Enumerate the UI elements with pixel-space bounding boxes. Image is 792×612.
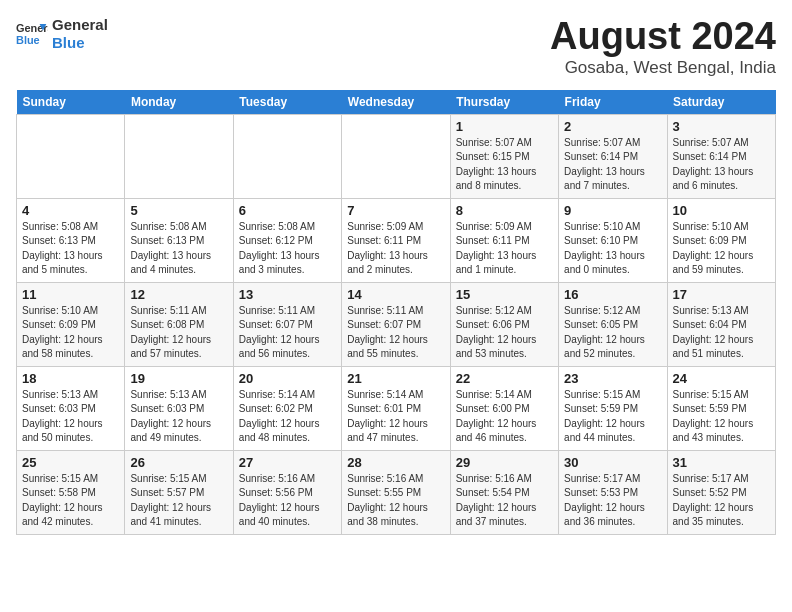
page-header: General Blue General Blue August 2024 Go… bbox=[16, 16, 776, 78]
day-number: 6 bbox=[239, 203, 336, 218]
day-info: Sunrise: 5:10 AMSunset: 6:09 PMDaylight:… bbox=[673, 220, 770, 278]
day-info: Sunrise: 5:15 AMSunset: 5:59 PMDaylight:… bbox=[673, 388, 770, 446]
col-header-thursday: Thursday bbox=[450, 90, 558, 115]
day-number: 18 bbox=[22, 371, 119, 386]
day-info: Sunrise: 5:13 AMSunset: 6:03 PMDaylight:… bbox=[130, 388, 227, 446]
day-info: Sunrise: 5:07 AMSunset: 6:15 PMDaylight:… bbox=[456, 136, 553, 194]
calendar-cell bbox=[17, 114, 125, 198]
day-info: Sunrise: 5:08 AMSunset: 6:13 PMDaylight:… bbox=[22, 220, 119, 278]
calendar-cell: 6Sunrise: 5:08 AMSunset: 6:12 PMDaylight… bbox=[233, 198, 341, 282]
day-number: 17 bbox=[673, 287, 770, 302]
calendar-cell: 18Sunrise: 5:13 AMSunset: 6:03 PMDayligh… bbox=[17, 366, 125, 450]
day-info: Sunrise: 5:14 AMSunset: 6:02 PMDaylight:… bbox=[239, 388, 336, 446]
day-number: 5 bbox=[130, 203, 227, 218]
calendar-cell: 1Sunrise: 5:07 AMSunset: 6:15 PMDaylight… bbox=[450, 114, 558, 198]
calendar-cell: 17Sunrise: 5:13 AMSunset: 6:04 PMDayligh… bbox=[667, 282, 775, 366]
logo: General Blue General Blue bbox=[16, 16, 108, 52]
day-number: 12 bbox=[130, 287, 227, 302]
day-info: Sunrise: 5:07 AMSunset: 6:14 PMDaylight:… bbox=[673, 136, 770, 194]
day-info: Sunrise: 5:16 AMSunset: 5:54 PMDaylight:… bbox=[456, 472, 553, 530]
day-info: Sunrise: 5:17 AMSunset: 5:52 PMDaylight:… bbox=[673, 472, 770, 530]
col-header-wednesday: Wednesday bbox=[342, 90, 450, 115]
calendar-cell: 28Sunrise: 5:16 AMSunset: 5:55 PMDayligh… bbox=[342, 450, 450, 534]
day-info: Sunrise: 5:12 AMSunset: 6:05 PMDaylight:… bbox=[564, 304, 661, 362]
calendar-cell: 25Sunrise: 5:15 AMSunset: 5:58 PMDayligh… bbox=[17, 450, 125, 534]
title-block: August 2024 Gosaba, West Bengal, India bbox=[550, 16, 776, 78]
calendar-cell: 9Sunrise: 5:10 AMSunset: 6:10 PMDaylight… bbox=[559, 198, 667, 282]
calendar-table: SundayMondayTuesdayWednesdayThursdayFrid… bbox=[16, 90, 776, 535]
day-info: Sunrise: 5:09 AMSunset: 6:11 PMDaylight:… bbox=[347, 220, 444, 278]
day-number: 26 bbox=[130, 455, 227, 470]
col-header-saturday: Saturday bbox=[667, 90, 775, 115]
logo-blue: Blue bbox=[52, 34, 108, 52]
calendar-cell: 16Sunrise: 5:12 AMSunset: 6:05 PMDayligh… bbox=[559, 282, 667, 366]
calendar-cell: 10Sunrise: 5:10 AMSunset: 6:09 PMDayligh… bbox=[667, 198, 775, 282]
day-info: Sunrise: 5:11 AMSunset: 6:07 PMDaylight:… bbox=[239, 304, 336, 362]
day-info: Sunrise: 5:15 AMSunset: 5:57 PMDaylight:… bbox=[130, 472, 227, 530]
day-info: Sunrise: 5:13 AMSunset: 6:04 PMDaylight:… bbox=[673, 304, 770, 362]
calendar-cell: 4Sunrise: 5:08 AMSunset: 6:13 PMDaylight… bbox=[17, 198, 125, 282]
calendar-cell: 21Sunrise: 5:14 AMSunset: 6:01 PMDayligh… bbox=[342, 366, 450, 450]
calendar-cell: 19Sunrise: 5:13 AMSunset: 6:03 PMDayligh… bbox=[125, 366, 233, 450]
day-number: 31 bbox=[673, 455, 770, 470]
day-info: Sunrise: 5:08 AMSunset: 6:12 PMDaylight:… bbox=[239, 220, 336, 278]
calendar-cell: 2Sunrise: 5:07 AMSunset: 6:14 PMDaylight… bbox=[559, 114, 667, 198]
day-info: Sunrise: 5:14 AMSunset: 6:00 PMDaylight:… bbox=[456, 388, 553, 446]
col-header-monday: Monday bbox=[125, 90, 233, 115]
col-header-tuesday: Tuesday bbox=[233, 90, 341, 115]
day-number: 19 bbox=[130, 371, 227, 386]
day-number: 14 bbox=[347, 287, 444, 302]
day-info: Sunrise: 5:16 AMSunset: 5:55 PMDaylight:… bbox=[347, 472, 444, 530]
day-number: 4 bbox=[22, 203, 119, 218]
calendar-cell: 24Sunrise: 5:15 AMSunset: 5:59 PMDayligh… bbox=[667, 366, 775, 450]
day-info: Sunrise: 5:08 AMSunset: 6:13 PMDaylight:… bbox=[130, 220, 227, 278]
day-number: 23 bbox=[564, 371, 661, 386]
day-number: 2 bbox=[564, 119, 661, 134]
col-header-friday: Friday bbox=[559, 90, 667, 115]
day-info: Sunrise: 5:14 AMSunset: 6:01 PMDaylight:… bbox=[347, 388, 444, 446]
location-subtitle: Gosaba, West Bengal, India bbox=[550, 58, 776, 78]
day-number: 25 bbox=[22, 455, 119, 470]
day-info: Sunrise: 5:13 AMSunset: 6:03 PMDaylight:… bbox=[22, 388, 119, 446]
day-number: 29 bbox=[456, 455, 553, 470]
calendar-cell: 12Sunrise: 5:11 AMSunset: 6:08 PMDayligh… bbox=[125, 282, 233, 366]
day-info: Sunrise: 5:11 AMSunset: 6:08 PMDaylight:… bbox=[130, 304, 227, 362]
day-info: Sunrise: 5:10 AMSunset: 6:10 PMDaylight:… bbox=[564, 220, 661, 278]
day-number: 10 bbox=[673, 203, 770, 218]
day-number: 15 bbox=[456, 287, 553, 302]
calendar-cell: 31Sunrise: 5:17 AMSunset: 5:52 PMDayligh… bbox=[667, 450, 775, 534]
day-number: 20 bbox=[239, 371, 336, 386]
calendar-cell bbox=[342, 114, 450, 198]
calendar-week-2: 4Sunrise: 5:08 AMSunset: 6:13 PMDaylight… bbox=[17, 198, 776, 282]
day-number: 1 bbox=[456, 119, 553, 134]
calendar-cell: 23Sunrise: 5:15 AMSunset: 5:59 PMDayligh… bbox=[559, 366, 667, 450]
day-info: Sunrise: 5:17 AMSunset: 5:53 PMDaylight:… bbox=[564, 472, 661, 530]
day-number: 24 bbox=[673, 371, 770, 386]
calendar-cell: 14Sunrise: 5:11 AMSunset: 6:07 PMDayligh… bbox=[342, 282, 450, 366]
day-info: Sunrise: 5:15 AMSunset: 5:59 PMDaylight:… bbox=[564, 388, 661, 446]
day-info: Sunrise: 5:15 AMSunset: 5:58 PMDaylight:… bbox=[22, 472, 119, 530]
calendar-cell: 29Sunrise: 5:16 AMSunset: 5:54 PMDayligh… bbox=[450, 450, 558, 534]
calendar-cell: 15Sunrise: 5:12 AMSunset: 6:06 PMDayligh… bbox=[450, 282, 558, 366]
calendar-cell: 22Sunrise: 5:14 AMSunset: 6:00 PMDayligh… bbox=[450, 366, 558, 450]
day-number: 3 bbox=[673, 119, 770, 134]
calendar-cell: 8Sunrise: 5:09 AMSunset: 6:11 PMDaylight… bbox=[450, 198, 558, 282]
calendar-week-4: 18Sunrise: 5:13 AMSunset: 6:03 PMDayligh… bbox=[17, 366, 776, 450]
day-info: Sunrise: 5:16 AMSunset: 5:56 PMDaylight:… bbox=[239, 472, 336, 530]
day-number: 22 bbox=[456, 371, 553, 386]
calendar-cell: 30Sunrise: 5:17 AMSunset: 5:53 PMDayligh… bbox=[559, 450, 667, 534]
day-info: Sunrise: 5:12 AMSunset: 6:06 PMDaylight:… bbox=[456, 304, 553, 362]
day-info: Sunrise: 5:07 AMSunset: 6:14 PMDaylight:… bbox=[564, 136, 661, 194]
col-header-sunday: Sunday bbox=[17, 90, 125, 115]
logo-icon: General Blue bbox=[16, 20, 48, 48]
day-info: Sunrise: 5:09 AMSunset: 6:11 PMDaylight:… bbox=[456, 220, 553, 278]
day-number: 28 bbox=[347, 455, 444, 470]
calendar-week-5: 25Sunrise: 5:15 AMSunset: 5:58 PMDayligh… bbox=[17, 450, 776, 534]
day-info: Sunrise: 5:10 AMSunset: 6:09 PMDaylight:… bbox=[22, 304, 119, 362]
day-number: 21 bbox=[347, 371, 444, 386]
calendar-cell: 26Sunrise: 5:15 AMSunset: 5:57 PMDayligh… bbox=[125, 450, 233, 534]
calendar-cell: 7Sunrise: 5:09 AMSunset: 6:11 PMDaylight… bbox=[342, 198, 450, 282]
calendar-cell bbox=[125, 114, 233, 198]
day-number: 16 bbox=[564, 287, 661, 302]
svg-text:Blue: Blue bbox=[16, 34, 40, 46]
